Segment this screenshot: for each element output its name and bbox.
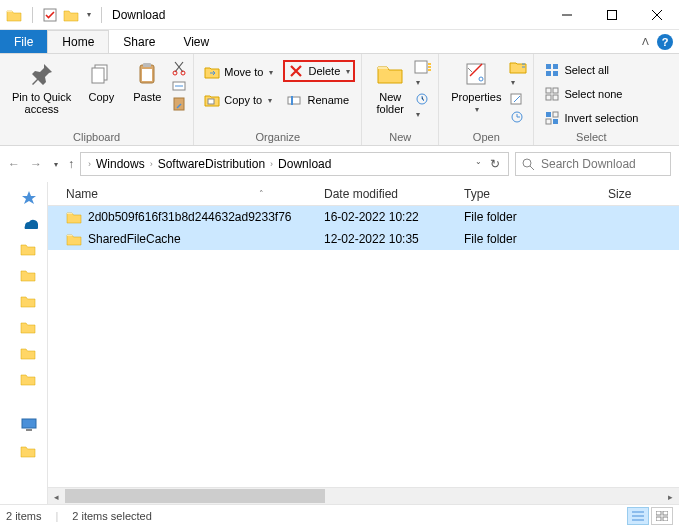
cut-icon[interactable] [171, 60, 187, 76]
svg-rect-6 [142, 69, 152, 81]
onedrive-icon[interactable] [20, 216, 40, 232]
sort-indicator-icon: ˄ [259, 189, 264, 199]
scroll-left-icon[interactable]: ◂ [48, 488, 65, 504]
file-row[interactable]: SharedFileCache12-02-2022 10:35File fold… [48, 228, 679, 250]
up-button[interactable]: ↑ [68, 157, 74, 171]
history-dropdown-icon[interactable]: ▾ [54, 160, 58, 169]
ribbon-group-new: New folder ▾ ▾ New [362, 54, 439, 145]
group-label-organize: Organize [200, 129, 355, 145]
chevron-down-icon: ▾ [475, 106, 479, 115]
copy-to-icon [204, 92, 220, 108]
collapse-ribbon-icon[interactable]: ᐱ [642, 36, 649, 47]
tab-file[interactable]: File [0, 30, 47, 53]
address-dropdown-icon[interactable]: ⌄ [475, 157, 482, 171]
easy-access-icon[interactable]: ▾ [414, 92, 432, 120]
file-name: 2d0b509f616f31b8d244632ad9233f76 [88, 210, 292, 224]
tab-view[interactable]: View [169, 30, 223, 53]
close-button[interactable] [634, 0, 679, 30]
new-item-icon[interactable]: ▾ [414, 60, 432, 88]
delete-button[interactable]: Delete▾ [283, 60, 355, 82]
forward-button[interactable]: → [30, 157, 42, 171]
status-bar: 2 items | 2 items selected [0, 504, 679, 526]
select-none-button[interactable]: Select none [540, 84, 642, 104]
ribbon-group-select: Select all Select none Invert selection … [534, 54, 648, 145]
copy-path-icon[interactable] [171, 78, 187, 94]
column-type[interactable]: Type [464, 187, 608, 201]
breadcrumb-item[interactable]: Download [276, 157, 333, 171]
refresh-icon[interactable]: ↻ [490, 157, 500, 171]
move-to-button[interactable]: Move to▾ [200, 62, 277, 82]
column-name[interactable]: Name [66, 187, 98, 201]
qat-dropdown-icon[interactable]: ▾ [87, 10, 91, 19]
delete-icon [288, 63, 304, 79]
properties-button[interactable]: Properties ▾ [445, 56, 507, 119]
column-date[interactable]: Date modified [324, 187, 464, 201]
ribbon-group-clipboard: Pin to Quick access Copy Paste Clipboard [0, 54, 194, 145]
separator [101, 7, 102, 23]
qat-folder-icon[interactable] [63, 8, 79, 22]
scrollbar-thumb[interactable] [65, 489, 325, 503]
open-icon[interactable]: ▾ [509, 60, 527, 88]
ribbon-tabs: File Home Share View ᐱ ? [0, 30, 679, 54]
properties-icon [462, 60, 490, 88]
svg-rect-14 [415, 61, 427, 73]
tab-share[interactable]: Share [109, 30, 169, 53]
tree-folder-icon[interactable] [20, 320, 40, 336]
tree-folder-icon[interactable] [20, 268, 40, 284]
status-selected-count: 2 items selected [72, 510, 151, 522]
breadcrumb-item[interactable]: Windows [94, 157, 147, 171]
tree-folder-icon[interactable] [20, 346, 40, 362]
back-button[interactable]: ← [8, 157, 20, 171]
address-bar[interactable]: › Windows › SoftwareDistribution › Downl… [80, 152, 509, 176]
quick-access-icon[interactable] [20, 190, 40, 206]
horizontal-scrollbar[interactable]: ◂ ▸ [48, 487, 679, 504]
help-icon[interactable]: ? [657, 34, 673, 50]
scroll-right-icon[interactable]: ▸ [662, 488, 679, 504]
file-type: File folder [464, 210, 608, 224]
column-size[interactable]: Size [608, 187, 679, 201]
tree-folder-icon[interactable] [20, 242, 40, 258]
svg-rect-28 [546, 112, 551, 117]
title-bar: ▾ Download [0, 0, 679, 30]
paste-button[interactable]: Paste [125, 56, 169, 107]
copy-button[interactable]: Copy [79, 56, 123, 107]
tree-folder-icon[interactable] [20, 294, 40, 310]
tree-folder-icon[interactable] [20, 372, 40, 388]
group-label-new: New [368, 129, 432, 145]
file-row[interactable]: 2d0b509f616f31b8d244632ad9233f7616-02-20… [48, 206, 679, 228]
svg-rect-22 [546, 71, 551, 76]
this-pc-icon[interactable] [20, 418, 40, 434]
svg-rect-11 [208, 99, 214, 104]
search-icon [522, 158, 535, 171]
history-icon[interactable] [509, 110, 527, 124]
rename-button[interactable]: Rename [283, 90, 355, 110]
search-box[interactable]: Search Download [515, 152, 671, 176]
copy-icon [87, 60, 115, 88]
svg-rect-20 [546, 64, 551, 69]
ribbon: Pin to Quick access Copy Paste Clipboard [0, 54, 679, 146]
breadcrumb-item[interactable]: SoftwareDistribution [156, 157, 267, 171]
tree-folder-icon[interactable] [20, 444, 40, 460]
svg-rect-5 [143, 63, 151, 67]
maximize-button[interactable] [589, 0, 634, 30]
navigation-tree[interactable] [0, 182, 48, 504]
icons-view-button[interactable] [651, 507, 673, 525]
file-date: 16-02-2022 10:22 [324, 210, 464, 224]
column-headers[interactable]: Name˄ Date modified Type Size [48, 182, 679, 206]
svg-point-32 [523, 159, 531, 167]
select-all-button[interactable]: Select all [540, 60, 642, 80]
group-label-select: Select [540, 129, 642, 145]
edit-icon[interactable] [509, 92, 527, 106]
details-view-button[interactable] [627, 507, 649, 525]
paste-shortcut-icon[interactable] [171, 96, 187, 112]
svg-rect-3 [92, 68, 104, 83]
invert-selection-button[interactable]: Invert selection [540, 108, 642, 128]
svg-rect-37 [656, 517, 661, 521]
copy-to-button[interactable]: Copy to▾ [200, 90, 277, 110]
new-folder-button[interactable]: New folder [368, 56, 412, 119]
qat-checkbox-icon[interactable] [43, 8, 57, 22]
pin-to-quick-access-button[interactable]: Pin to Quick access [6, 56, 77, 119]
minimize-button[interactable] [544, 0, 589, 30]
tab-home[interactable]: Home [47, 30, 109, 53]
folder-icon [66, 232, 82, 246]
